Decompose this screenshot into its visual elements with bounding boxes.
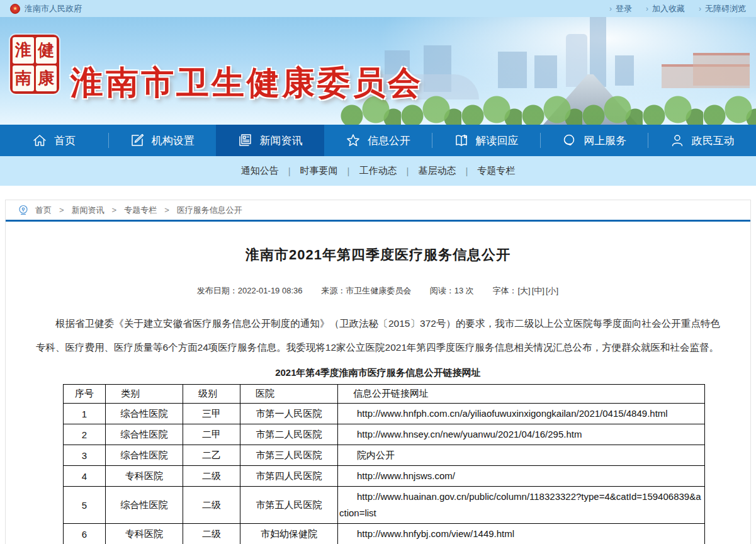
table-row: 1 综合性医院 三甲 市第一人民医院 http://www.hnfph.com.…: [64, 404, 705, 424]
font-medium-button[interactable]: [中]: [532, 286, 544, 295]
cell-no: 2: [64, 424, 106, 445]
nav-item-interpretation[interactable]: 解读回应: [432, 125, 540, 156]
chevron-right-icon: ›: [699, 4, 701, 13]
cell-category: 专科医院: [106, 524, 183, 544]
subnav-item-special-columns[interactable]: 专题专栏: [468, 165, 524, 177]
chevron-right-icon: ›: [609, 4, 612, 13]
subnav-item-grassroots[interactable]: 基层动态: [409, 165, 465, 177]
cell-hospital: 市妇幼保健院: [240, 524, 338, 544]
article-source: 来源：市卫生健康委员会: [321, 286, 411, 295]
cell-no: 4: [64, 466, 106, 487]
col-header-category: 类别: [106, 385, 183, 404]
cell-no: 6: [64, 524, 106, 544]
read-count: 阅读：13 次: [430, 286, 474, 295]
login-link[interactable]: › 登录: [609, 3, 632, 14]
site-banner: 淮 健 南 康 淮南市卫生健康委员会: [0, 17, 756, 125]
open-book-icon: [454, 133, 469, 148]
subnav-item-current-news[interactable]: 时事要闻: [291, 165, 347, 177]
table-title: 2021年第4季度淮南市医疗服务信息公开链接网址: [36, 367, 720, 379]
cell-level: 三甲: [183, 404, 240, 424]
article-body-paragraph: 根据省卫健委《关于建立安徽省医疗服务信息公开制度的通知》（卫政法秘〔2015〕3…: [36, 312, 720, 360]
cell-hospital: 市第三人民医院: [240, 445, 338, 466]
nav-item-home[interactable]: 首页: [0, 125, 108, 156]
table-row: 6 专科医院 二级 市妇幼保健院 http://www.hnfybj.com/v…: [64, 524, 705, 544]
cell-hospital: 市第二人民医院: [240, 424, 338, 445]
article-title: 淮南市2021年第四季度医疗服务信息公开: [36, 246, 720, 264]
col-header-hospital: 医院: [240, 385, 338, 404]
chevron-right-icon: ›: [646, 4, 648, 13]
subnav-item-notices[interactable]: 通知公告: [232, 165, 288, 177]
table-row: 2 综合性医院 二甲 市第二人民医院 http://www.hnsey.cn/n…: [64, 424, 705, 445]
cell-level: 二级: [183, 524, 240, 544]
article: 淮南市2021年第四季度医疗服务信息公开 发布日期：2022-01-19 08:…: [6, 246, 750, 544]
font-size-controls: 字体：[大][中][小]: [492, 286, 559, 295]
headset-icon: [561, 133, 577, 148]
city-skyline-graphic: [366, 17, 756, 125]
breadcrumb-separator: >: [164, 205, 169, 215]
breadcrumb-home[interactable]: 首页: [35, 205, 52, 216]
cell-level: 二级: [183, 466, 240, 487]
nav-label: 解读回应: [476, 133, 519, 148]
cell-no: 1: [64, 404, 106, 424]
cell-url-link[interactable]: http://www.hnfybj.com/view/1449.html: [338, 524, 705, 544]
cell-url-link[interactable]: http://www.huainan.gov.cn/public/column/…: [338, 487, 705, 524]
breadcrumb-news[interactable]: 新闻资讯: [72, 205, 104, 216]
seal-char: 健: [36, 37, 57, 64]
article-meta: 发布日期：2022-01-19 08:36 来源：市卫生健康委员会 阅读：13 …: [36, 285, 720, 297]
cell-category: 综合性医院: [106, 487, 183, 524]
nav-item-org-setup[interactable]: 机构设置: [108, 125, 217, 156]
location-pin-icon: [18, 205, 29, 216]
cell-hospital: 市第一人民医院: [240, 404, 338, 424]
nav-label: 信息公开: [368, 133, 410, 148]
table-row: 4 专科医院 二级 市第四人民医院 http://www.hnjsws.com/: [64, 466, 705, 487]
font-large-button[interactable]: [大]: [517, 286, 530, 295]
site-title: 淮南市卫生健康委员会: [71, 61, 423, 105]
gov-site-name: 淮南市人民政府: [25, 3, 82, 14]
cell-category: 综合性医院: [106, 445, 183, 466]
login-label: 登录: [616, 3, 632, 14]
col-header-level: 级别: [183, 385, 240, 404]
cell-no: 3: [64, 445, 106, 466]
person-icon: [670, 133, 685, 148]
home-icon: [32, 133, 47, 148]
nav-item-public-interaction[interactable]: 政民互动: [648, 125, 756, 156]
table-row: 3 综合性医院 二乙 市第三人民医院 院内公开: [64, 445, 705, 466]
nav-label: 网上服务: [584, 133, 626, 148]
cell-level: 二乙: [183, 445, 240, 466]
font-small-button[interactable]: [小]: [546, 286, 558, 295]
star-icon: [346, 133, 361, 148]
subnav-item-work-trends[interactable]: 工作动态: [350, 165, 407, 177]
newspaper-icon: [237, 133, 252, 148]
cell-level: 二甲: [183, 424, 240, 445]
add-favorite-link[interactable]: › 加入收藏: [646, 3, 685, 14]
nav-label: 首页: [54, 133, 76, 148]
seal-char: 康: [36, 65, 57, 92]
nav-item-info-disclosure[interactable]: 信息公开: [324, 125, 432, 156]
cell-url-link[interactable]: http://www.hnjsws.com/: [338, 466, 705, 487]
cell-url-link[interactable]: http://www.hnfph.com.cn/a/yiliaofuwuxinx…: [338, 404, 705, 424]
cell-level: 二级: [183, 487, 240, 524]
seal-char: 淮: [13, 37, 34, 64]
cell-no: 5: [64, 487, 106, 524]
content-container: 首页 > 新闻资讯 > 专题专栏 > 医疗服务信息公开 淮南市2021年第四季度…: [5, 200, 751, 544]
sub-nav: 通知公告 | 时事要闻 | 工作动态 | 基层动态 | 专题专栏: [0, 156, 756, 186]
main-nav: 首页 机构设置 新闻资讯 信息公开 解读回应 网上服务: [0, 125, 756, 156]
breadcrumb-special-columns[interactable]: 专题专栏: [124, 205, 157, 216]
table-header-row: 序号 类别 级别 医院 信息公开链接网址: [64, 385, 705, 404]
seal-char: 南: [13, 65, 34, 92]
accessibility-label: 无障碍浏览: [705, 3, 746, 14]
nav-item-news[interactable]: 新闻资讯: [216, 125, 324, 156]
nav-item-online-services[interactable]: 网上服务: [540, 125, 648, 156]
cell-hospital: 市第四人民医院: [240, 466, 338, 487]
breadcrumb-separator: >: [112, 205, 117, 215]
nav-label: 政民互动: [692, 133, 735, 148]
accessibility-link[interactable]: › 无障碍浏览: [699, 3, 746, 14]
cell-url-link[interactable]: http://www.hnsey.cn/new/yuanwu/2021/04/1…: [338, 424, 705, 445]
cell-category: 综合性医院: [106, 424, 183, 445]
nav-label: 新闻资讯: [259, 133, 302, 148]
publish-date: 发布日期：2022-01-19 08:36: [197, 286, 303, 295]
gov-site-link[interactable]: ★ 淮南市人民政府: [10, 3, 82, 14]
favorite-label: 加入收藏: [652, 3, 685, 14]
national-emblem-icon: ★: [10, 4, 20, 14]
cell-category: 综合性医院: [106, 404, 183, 424]
